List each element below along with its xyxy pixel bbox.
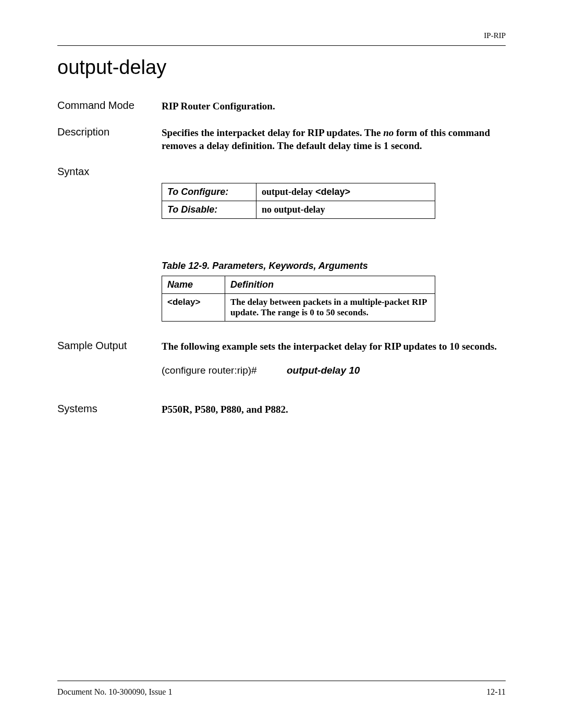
table-row: <delay> The delay between packets in a m… <box>162 293 435 321</box>
syntax-disable-cmd: no output-delay <box>256 201 435 218</box>
params-head-name: Name <box>162 276 225 293</box>
systems-value: P550R, P580, P880, and P882. <box>162 403 506 416</box>
table-row: To Disable: no output-delay <box>162 201 435 218</box>
param-def: The delay between packets in a multiple-… <box>225 293 435 321</box>
sample-output-label: Sample Output <box>57 340 162 390</box>
syntax-disable-label: To Disable: <box>162 201 256 218</box>
description-label: Description <box>57 126 162 153</box>
description-row: Description Specifies the interpacket de… <box>57 126 506 153</box>
page: IP-RIP output-delay Command Mode RIP Rou… <box>0 0 563 728</box>
description-pre: Specifies the interpacket delay for RIP … <box>162 127 383 138</box>
systems-label: Systems <box>57 403 162 416</box>
table-header-row: Name Definition <box>162 276 435 293</box>
syntax-configure-label: To Configure: <box>162 183 256 201</box>
footer: Document No. 10-300090, Issue 1 12-11 <box>57 681 506 697</box>
syntax-cmd-arg: <delay> <box>313 187 350 197</box>
params-caption: Table 12-9. Parameters, Keywords, Argume… <box>162 261 506 272</box>
syntax-row: Syntax <box>57 166 506 178</box>
command-mode-row: Command Mode RIP Router Configuration. <box>57 100 506 113</box>
footer-line: Document No. 10-300090, Issue 1 12-11 <box>57 687 506 697</box>
systems-row: Systems P550R, P580, P880, and P882. <box>57 403 506 416</box>
example-command: output-delay 10 <box>287 364 360 377</box>
params-head-def: Definition <box>225 276 435 293</box>
footer-right: 12-11 <box>486 687 506 697</box>
description-no: no <box>383 127 394 138</box>
syntax-cmd-prefix: output-delay <box>262 187 313 197</box>
sample-output-value: The following example sets the interpack… <box>162 340 506 390</box>
example-line: (configure router:rip)# output-delay 10 <box>162 364 506 377</box>
sample-output-text: The following example sets the interpack… <box>162 340 506 353</box>
params-table: Name Definition <delay> The delay betwee… <box>162 276 435 322</box>
param-name: <delay> <box>162 293 225 321</box>
syntax-configure-cmd: output-delay <delay> <box>256 183 435 201</box>
description-value: Specifies the interpacket delay for RIP … <box>162 126 506 153</box>
footer-left: Document No. 10-300090, Issue 1 <box>57 687 172 697</box>
command-title: output-delay <box>57 56 506 79</box>
top-rule <box>57 45 506 46</box>
sample-output-row: Sample Output The following example sets… <box>57 340 506 390</box>
command-mode-value: RIP Router Configuration. <box>162 100 506 113</box>
example-prompt: (configure router:rip)# <box>162 364 287 377</box>
header-right: IP-RIP <box>57 31 506 40</box>
table-row: To Configure: output-delay <delay> <box>162 183 435 201</box>
command-mode-label: Command Mode <box>57 100 162 113</box>
params-section: Table 12-9. Parameters, Keywords, Argume… <box>162 261 506 322</box>
syntax-label: Syntax <box>57 166 162 178</box>
bottom-rule <box>57 681 506 681</box>
syntax-table: To Configure: output-delay <delay> To Di… <box>162 183 435 219</box>
syntax-table-wrap: To Configure: output-delay <delay> To Di… <box>162 183 506 219</box>
